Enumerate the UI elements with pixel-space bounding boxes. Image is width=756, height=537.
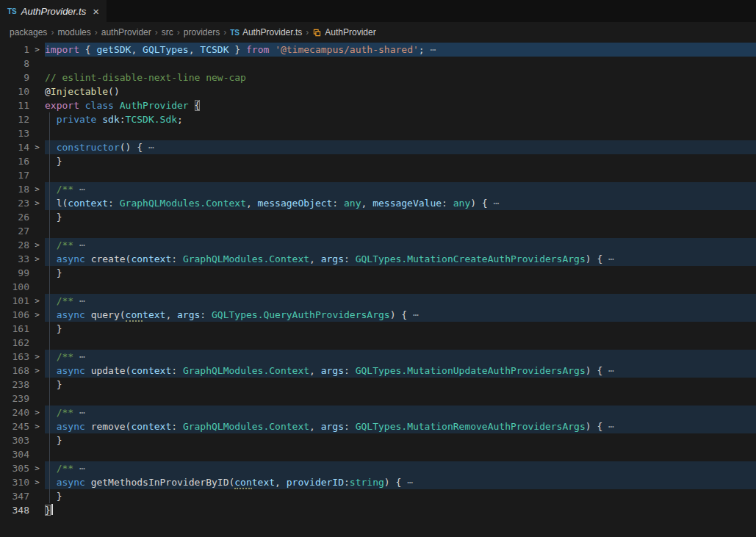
token-pun: } — [45, 435, 62, 446]
code-line[interactable]: async getMethodsInProviderByID(context, … — [45, 475, 756, 489]
fold-chevron-icon[interactable]: > — [29, 182, 45, 196]
token-pun — [45, 114, 57, 125]
code-line[interactable]: /** ⋯ — [45, 350, 756, 364]
fold-chevron-icon[interactable]: > — [29, 406, 45, 419]
token-pun: : — [200, 309, 212, 320]
code-line[interactable] — [45, 447, 756, 461]
fold-chevron-icon[interactable]: > — [29, 196, 45, 210]
code-line[interactable] — [45, 392, 756, 406]
fold-chevron-icon[interactable]: > — [29, 364, 45, 378]
breadcrumb-separator: › — [223, 27, 226, 37]
line-number: 303 — [0, 433, 29, 447]
token-kw1: export — [45, 100, 85, 111]
code-line[interactable] — [45, 126, 756, 140]
code-line[interactable]: } — [45, 266, 756, 280]
code-line[interactable] — [45, 57, 756, 71]
token-ell: ⋯ — [143, 142, 154, 153]
fold-gutter — [29, 154, 45, 168]
fold-chevron-icon[interactable]: > — [29, 252, 45, 266]
fold-chevron-icon[interactable]: > — [29, 308, 45, 322]
fold-chevron-icon[interactable]: > — [29, 475, 45, 489]
token-var: sdk — [102, 114, 119, 125]
code-line[interactable]: async remove(context: GraphQLModules.Con… — [45, 419, 756, 433]
code-line[interactable]: } — [45, 378, 756, 392]
code-line[interactable] — [45, 168, 756, 182]
token-type: string — [350, 477, 384, 488]
code-row: 168> async update(context: GraphQLModule… — [0, 364, 756, 378]
token-var: messageValue — [372, 198, 442, 209]
token-pun — [45, 477, 57, 488]
token-type: GraphQLModules.Context — [183, 365, 309, 376]
fold-gutter — [29, 447, 45, 461]
code-line[interactable] — [45, 280, 756, 294]
code-line[interactable]: async create(context: GraphQLModules.Con… — [45, 252, 756, 266]
code-line[interactable]: export class AuthProvider { — [45, 98, 756, 112]
code-line[interactable]: /** ⋯ — [45, 238, 756, 252]
code-line[interactable]: import { getSDK, GQLTypes, TCSDK } from … — [45, 43, 756, 57]
code-row: 162 — [0, 336, 756, 350]
fold-chevron-icon[interactable]: > — [29, 43, 45, 57]
token-var: context — [131, 365, 171, 376]
fold-chevron-icon[interactable]: > — [29, 461, 45, 475]
token-com: // eslint-disable-next-line new-cap — [45, 72, 246, 83]
typescript-file-icon: TS — [230, 29, 240, 37]
hint-underline: con — [126, 309, 143, 322]
token-kw2: async — [57, 309, 91, 320]
code-line[interactable]: } — [45, 322, 756, 336]
code-row: 347 } — [0, 489, 756, 503]
breadcrumb-item-providers[interactable]: providers — [184, 27, 220, 37]
code-line[interactable]: /** ⋯ — [45, 461, 756, 475]
code-line[interactable]: @Injectable() — [45, 84, 756, 98]
code-line[interactable] — [45, 224, 756, 238]
token-pun: : — [344, 421, 356, 432]
tab-authprovider-ts[interactable]: TS AuthProvider.ts × — [0, 0, 107, 22]
token-ell: ⋯ — [401, 477, 413, 488]
token-pun: } — [45, 212, 62, 223]
code-line[interactable]: } — [45, 503, 756, 517]
fold-chevron-icon[interactable]: > — [29, 419, 45, 433]
code-line[interactable]: /** ⋯ — [45, 406, 756, 419]
fold-chevron-icon[interactable]: > — [29, 294, 45, 308]
line-number: 161 — [0, 322, 29, 336]
breadcrumb-item-authprovider-ts[interactable]: TSAuthProvider.ts — [230, 27, 302, 37]
code-line[interactable]: async query(context, args: GQLTypes.Quer… — [45, 308, 756, 322]
token-pun: ) { — [586, 421, 602, 432]
code-line[interactable]: // eslint-disable-next-line new-cap — [45, 71, 756, 84]
close-icon[interactable]: × — [93, 6, 99, 17]
breadcrumb-item-authprovider[interactable]: authProvider — [101, 27, 151, 37]
code-line[interactable] — [45, 336, 756, 350]
fold-gutter — [29, 489, 45, 503]
fold-gutter — [29, 126, 45, 140]
code-line[interactable]: /** ⋯ — [45, 182, 756, 196]
fold-chevron-icon[interactable]: > — [29, 238, 45, 252]
token-pun: , — [361, 198, 373, 209]
code-row: 1>import { getSDK, GQLTypes, TCSDK } fro… — [0, 43, 756, 57]
code-line[interactable]: constructor() { ⋯ — [45, 140, 756, 154]
fold-chevron-icon[interactable]: > — [29, 140, 45, 154]
code-line[interactable]: /** ⋯ — [45, 294, 756, 308]
breadcrumb-item-packages[interactable]: packages — [10, 27, 47, 37]
code-line[interactable]: async update(context: GraphQLModules.Con… — [45, 364, 756, 378]
code-row: 161 } — [0, 322, 756, 336]
token-var: args — [321, 365, 344, 376]
code-line[interactable]: } — [45, 154, 756, 168]
code-line[interactable]: l(context: GraphQLModules.Context, messa… — [45, 196, 756, 210]
fold-chevron-icon[interactable]: > — [29, 350, 45, 364]
code-row: 100 — [0, 280, 756, 294]
breadcrumb-item-src[interactable]: src — [162, 27, 173, 37]
code-line[interactable]: } — [45, 433, 756, 447]
breadcrumb-item-authprovider[interactable]: AuthProvider — [312, 27, 375, 37]
fold-gutter — [29, 266, 45, 280]
code-line[interactable]: } — [45, 489, 756, 503]
code-line[interactable]: private sdk:TCSDK.Sdk; — [45, 112, 756, 126]
token-pun: } — [45, 379, 62, 390]
token-pun: : — [332, 198, 344, 209]
code-editor[interactable]: 1>import { getSDK, GQLTypes, TCSDK } fro… — [0, 43, 756, 537]
breadcrumb-item-modules[interactable]: modules — [57, 27, 90, 37]
code-row: 9// eslint-disable-next-line new-cap — [0, 71, 756, 84]
token-var: messageObject — [258, 198, 333, 209]
code-row: 18> /** ⋯ — [0, 182, 756, 196]
line-number: 13 — [0, 126, 29, 140]
code-line[interactable]: } — [45, 210, 756, 224]
token-fn: update — [91, 365, 126, 376]
